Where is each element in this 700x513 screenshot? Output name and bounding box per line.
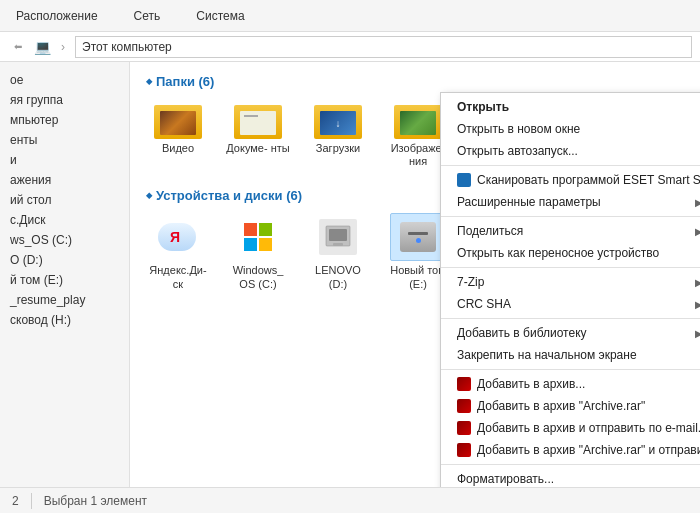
ctx-arrow-library: ▶ xyxy=(695,328,700,339)
ctx-add-archive-email[interactable]: Добавить в архив и отправить по e-mail..… xyxy=(441,417,700,439)
folder-downloads-icon: ↓ xyxy=(314,99,362,139)
folder-docs-label: Докуме- нты xyxy=(226,142,289,155)
ctx-add-library[interactable]: Добавить в библиотеку ▶ xyxy=(441,322,700,344)
sidebar-item-2[interactable]: мпьютер xyxy=(0,110,129,130)
ctx-portable[interactable]: Открыть как переносное устройство xyxy=(441,242,700,264)
ctx-arrow-advanced: ▶ xyxy=(695,197,700,208)
sidebar-item-3[interactable]: енты xyxy=(0,130,129,150)
top-bar-network[interactable]: Сеть xyxy=(126,5,169,27)
ctx-add-archive-rar[interactable]: Добавить в архив "Archive.rar" xyxy=(441,395,700,417)
content-area: Папки (6) Видео xyxy=(130,62,700,487)
folder-video[interactable]: Видео xyxy=(146,99,210,168)
ctx-pin-start[interactable]: Закрепить на начальном экране xyxy=(441,344,700,366)
ctx-format[interactable]: Форматировать... xyxy=(441,468,700,487)
svg-rect-1 xyxy=(329,229,347,241)
ctx-add-archive[interactable]: Добавить в архив... xyxy=(441,373,700,395)
back-button[interactable]: ⬅ xyxy=(8,37,28,57)
device-newvol-icon xyxy=(390,213,446,261)
top-bar-location[interactable]: Расположение xyxy=(8,5,106,27)
device-yandex-label: Яндекс.Ди- ск xyxy=(146,264,210,290)
device-windows-icon xyxy=(230,213,286,261)
ctx-eset[interactable]: Сканировать программой ESET Smart Securi… xyxy=(441,169,700,191)
device-yandex-icon: Я xyxy=(150,213,206,261)
ctx-autorun[interactable]: Открыть автозапуск... xyxy=(441,140,700,162)
folder-downloads-label: Загрузки xyxy=(316,142,360,155)
status-bar: 2 Выбран 1 элемент xyxy=(0,487,700,513)
folder-docs[interactable]: Докуме- нты xyxy=(226,99,290,168)
ctx-add-archive-rar-email[interactable]: Добавить в архив "Archive.rar" и отправи… xyxy=(441,439,700,461)
eset-icon xyxy=(457,173,471,187)
top-bar-system[interactable]: Система xyxy=(188,5,252,27)
ctx-arrow-7zip: ▶ xyxy=(695,277,700,288)
device-yandex[interactable]: Я Яндекс.Ди- ск xyxy=(146,213,210,290)
winrar-icon-1 xyxy=(457,377,471,391)
sidebar-item-8[interactable]: ws_OS (C:) xyxy=(0,230,129,250)
ctx-open[interactable]: Открыть xyxy=(441,96,700,118)
device-windows[interactable]: Windows_ OS (C:) xyxy=(226,213,290,290)
ctx-crcsha[interactable]: CRC SHA ▶ xyxy=(441,293,700,315)
sidebar-item-12[interactable]: сковод (H:) xyxy=(0,310,129,330)
sidebar-item-6[interactable]: ий стол xyxy=(0,190,129,210)
winrar-icon-3 xyxy=(457,421,471,435)
status-text: Выбран 1 элемент xyxy=(44,494,147,508)
sidebar-item-7[interactable]: с.Диск xyxy=(0,210,129,230)
status-divider xyxy=(31,493,32,509)
winrar-icon-2 xyxy=(457,399,471,413)
ctx-sep-5 xyxy=(441,369,700,370)
ctx-open-new-window[interactable]: Открыть в новом окне xyxy=(441,118,700,140)
ctx-sep-3 xyxy=(441,267,700,268)
ctx-sep-2 xyxy=(441,216,700,217)
folder-images-icon xyxy=(394,99,442,139)
sidebar-item-5[interactable]: ажения xyxy=(0,170,129,190)
ctx-sep-6 xyxy=(441,464,700,465)
device-lenovo-icon xyxy=(310,213,366,261)
svg-rect-2 xyxy=(333,243,343,246)
sidebar-item-1[interactable]: яя группа xyxy=(0,90,129,110)
ctx-7zip[interactable]: 7-Zip ▶ xyxy=(441,271,700,293)
folder-video-icon xyxy=(154,99,202,139)
sidebar-item-0[interactable]: ое xyxy=(0,70,129,90)
device-lenovo-label: LENOVO (D:) xyxy=(306,264,370,290)
sidebar: ое яя группа мпьютер енты и ажения ий ст… xyxy=(0,62,130,487)
address-bar: ⬅ 💻 › Этот компьютер xyxy=(0,32,700,62)
ctx-sep-1 xyxy=(441,165,700,166)
folder-docs-icon xyxy=(234,99,282,139)
ctx-sep-4 xyxy=(441,318,700,319)
ctx-arrow-share: ▶ xyxy=(695,226,700,237)
sidebar-item-10[interactable]: й том (E:) xyxy=(0,270,129,290)
sidebar-item-9[interactable]: O (D:) xyxy=(0,250,129,270)
ctx-share[interactable]: Поделиться ▶ xyxy=(441,220,700,242)
ctx-arrow-crcsha: ▶ xyxy=(695,299,700,310)
sidebar-item-11[interactable]: _resume_play xyxy=(0,290,129,310)
breadcrumb-chevron: › xyxy=(61,40,65,54)
context-menu: Открыть Открыть в новом окне Открыть авт… xyxy=(440,92,700,487)
folder-video-label: Видео xyxy=(162,142,194,155)
status-count: 2 xyxy=(12,494,19,508)
computer-icon: 💻 xyxy=(34,39,51,55)
breadcrumb-path[interactable]: Этот компьютер xyxy=(75,36,692,58)
sidebar-item-4[interactable]: и xyxy=(0,150,129,170)
top-bar: Расположение Сеть Система xyxy=(0,0,700,32)
device-windows-label: Windows_ OS (C:) xyxy=(226,264,290,290)
winrar-icon-4 xyxy=(457,443,471,457)
main-layout: ое яя группа мпьютер енты и ажения ий ст… xyxy=(0,62,700,487)
folder-downloads[interactable]: ↓ Загрузки xyxy=(306,99,370,168)
ctx-advanced[interactable]: Расширенные параметры ▶ xyxy=(441,191,700,213)
folders-section-title: Папки (6) xyxy=(146,74,684,89)
device-lenovo[interactable]: LENOVO (D:) xyxy=(306,213,370,290)
